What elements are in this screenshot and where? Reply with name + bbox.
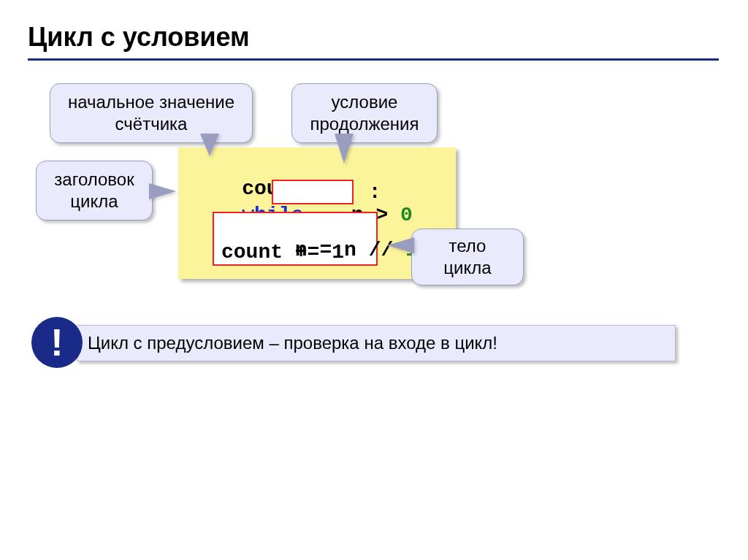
code-body-line2: count += 1 [221,241,344,264]
callout-condition: условиепродолжения [291,83,438,143]
callout-header-tail [150,184,176,199]
note-bar: Цикл с предусловием – проверка на входе … [77,325,676,361]
code-colon: : [356,181,381,204]
body-highlight-box: n = n // 10 count += 1 [213,212,378,266]
condition-highlight-box: n > 0 [272,180,354,204]
callout-loop-body: тело цикла [411,229,524,285]
callout-initial-value: начальное значениесчётчика [50,83,253,143]
exclamation-icon: ! [31,317,83,368]
callout-initial-tail [201,134,218,156]
slide-title: Цикл с условием [28,22,250,53]
title-underline [28,58,719,61]
callout-condition-tail [335,134,353,164]
note-text: Цикл с предусловием – проверка на входе … [88,333,497,353]
callout-loop-header: заголовокцикла [36,161,153,220]
callout-body-tail [387,238,413,253]
